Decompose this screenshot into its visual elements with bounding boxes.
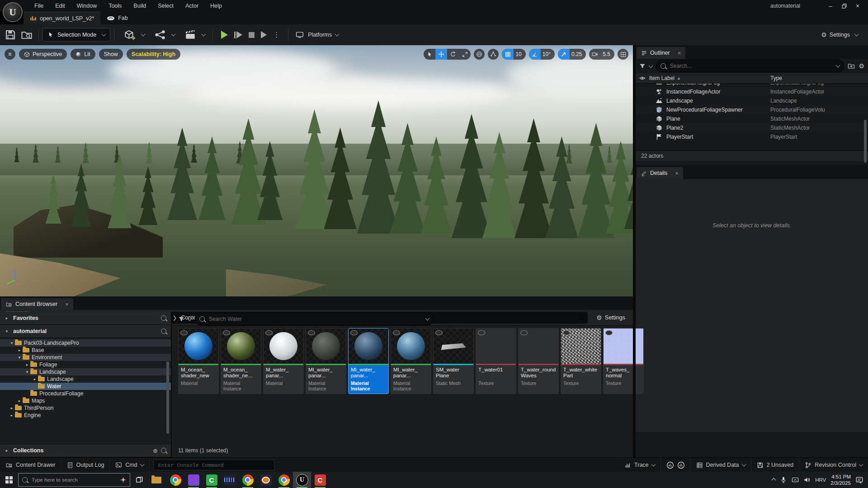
taskbar-app-chrome-profile-3[interactable] [275, 472, 293, 488]
search-options-chevron[interactable] [425, 316, 430, 321]
save-icon[interactable] [5, 29, 16, 41]
asset-filter-icon[interactable] [178, 316, 184, 322]
tree-arrow-icon[interactable]: ▾ [9, 341, 14, 345]
asset-tile-mi_water_panar[interactable]: MI_water_panar...Material Instance [391, 328, 431, 394]
close-icon[interactable]: × [678, 50, 681, 56]
add-content-dropdown[interactable] [122, 29, 145, 41]
outliner-row[interactable]: PlayerStartPlayerStart [636, 132, 868, 141]
menu-file[interactable]: File [29, 0, 49, 12]
search-icon[interactable] [161, 448, 166, 453]
start-button[interactable] [0, 472, 18, 488]
taskbar-app-purple-app[interactable] [184, 472, 203, 488]
camera-speed-value[interactable]: 5.5 [601, 51, 614, 57]
scale-snap-control[interactable]: 0.25 [558, 49, 586, 60]
tree-scrollbar[interactable] [166, 361, 169, 434]
outliner-filter-icon[interactable] [639, 63, 646, 69]
browse-content-icon[interactable] [21, 29, 33, 41]
tree-arrow-icon[interactable]: ▾ [17, 355, 22, 360]
asset-tile-t_water_roundwaves[interactable]: T_water_roundWavesTexture [518, 328, 559, 394]
level-viewport[interactable]: ≡ Perspective Lit Show Scalability: High… [0, 45, 633, 296]
taskbar-app-red-c-app[interactable]: C [311, 472, 329, 488]
tree-arrow-icon[interactable]: ▸ [9, 406, 14, 410]
derived-data-dropdown[interactable]: Derived Data [691, 458, 751, 472]
rotate-tool-button[interactable] [447, 49, 459, 60]
taskbar-app-green-c-app[interactable]: C [203, 472, 221, 488]
perspective-dropdown[interactable]: Perspective [19, 49, 67, 60]
selection-mode-dropdown[interactable]: Selection Mode [42, 28, 110, 42]
folder-maps[interactable]: ▸Maps [0, 397, 171, 404]
taskbar-search[interactable] [18, 473, 130, 487]
panel-splitter[interactable] [633, 45, 636, 457]
outliner-row[interactable]: LandscapeLandscape [636, 96, 868, 105]
maximize-viewport-button[interactable] [618, 49, 628, 60]
insights-gauge2-icon[interactable] [677, 461, 685, 469]
close-icon[interactable]: × [65, 301, 69, 308]
favorites-section[interactable]: ▸Favorites [0, 312, 171, 325]
folder-landscape[interactable]: ▾Landscape [0, 368, 171, 375]
asset-tile-t_water_whitepart[interactable]: T_water_whitePartTexture [561, 328, 601, 394]
taskbar-app-waveform-app[interactable] [221, 472, 239, 488]
folder-engine[interactable]: ▸Engine [0, 412, 171, 419]
scale-snap-value[interactable]: 0.25 [570, 51, 586, 57]
minimize-button[interactable]: – [824, 0, 837, 11]
asset-search[interactable] [195, 313, 434, 325]
folder-proceduralfoliage[interactable]: ProceduralFoliage [0, 390, 171, 397]
folder-pack03-landscapepro[interactable]: ▾Pack03-LandscapePro [0, 339, 171, 347]
surface-snap-button[interactable] [488, 49, 499, 60]
tree-arrow-icon[interactable]: ▸ [17, 399, 22, 403]
scale-tool-button[interactable] [459, 49, 471, 60]
restore-button[interactable] [837, 0, 851, 11]
trace-dropdown[interactable]: Trace [619, 458, 661, 472]
asset-tile-m_ocean_shader_new[interactable]: M_ocean_shader_newMaterial [178, 328, 219, 394]
asset-tile-mi_water_panar[interactable]: MI_water_panar...Material Instance [306, 328, 346, 394]
rotation-snap-control[interactable]: 10° [529, 49, 555, 60]
detached-play-button[interactable] [261, 31, 267, 38]
toolbar-settings-dropdown[interactable]: ⚙ Settings [821, 32, 858, 38]
search-icon[interactable] [161, 315, 166, 321]
output-log-button[interactable]: Output Log [61, 458, 110, 472]
close-button[interactable]: × [851, 0, 864, 11]
menu-edit[interactable]: Edit [50, 0, 71, 12]
outliner-search-input[interactable] [669, 62, 833, 70]
console-command-field[interactable] [153, 460, 274, 470]
tab-details[interactable]: Details × [637, 167, 683, 179]
cmd-dropdown[interactable]: Cmd [110, 458, 149, 472]
outliner-scrollbar[interactable] [864, 120, 867, 163]
asset-tile-m_water_panar[interactable]: M_water_panar...Material [263, 328, 304, 394]
console-command-input[interactable] [157, 462, 270, 469]
viewport-options-button[interactable]: ≡ [5, 49, 15, 60]
camera-speed-control[interactable]: 5.5 [589, 49, 614, 60]
tree-arrow-icon[interactable]: ▸ [17, 348, 22, 352]
tree-arrow-icon[interactable]: ▸ [33, 377, 37, 381]
folder-water[interactable]: Water [0, 383, 171, 390]
taskbar-app-unreal-editor[interactable]: U [293, 472, 311, 488]
notification-icon[interactable] [855, 476, 863, 484]
taskbar-app-chrome-profile-2[interactable] [239, 472, 257, 488]
insights-gauge-icon[interactable] [666, 461, 674, 469]
create-folder-icon[interactable] [848, 62, 855, 70]
asset-tile-t_water01[interactable]: T_water01Texture [476, 328, 516, 394]
add-collection-icon[interactable]: ⊕ [153, 447, 158, 454]
tree-arrow-icon[interactable]: ▸ [9, 413, 14, 418]
outliner-row[interactable]: Plane2StaticMeshActor [636, 123, 868, 132]
outliner-row[interactable]: InstancedFoliageActorInstancedFoliageAct… [636, 87, 868, 96]
unsaved-button[interactable]: 2 Unsaved [751, 458, 800, 472]
cinematics-dropdown[interactable] [182, 29, 205, 41]
menu-select[interactable]: Select [152, 0, 179, 12]
view-mode-dropdown[interactable]: Lit [71, 49, 95, 60]
play-options-kebab[interactable]: ⋮ [273, 31, 280, 39]
blueprints-dropdown[interactable] [152, 29, 175, 41]
folder-thirdperson[interactable]: ▸ThirdPerson [0, 404, 171, 412]
outliner-row[interactable]: ExponentialHeightFogExponentialHeightFog [636, 84, 868, 87]
move-tool-button[interactable] [435, 49, 447, 60]
menu-help[interactable]: Help [205, 0, 227, 12]
search-options-chevron[interactable] [836, 63, 840, 68]
asset-tile-t_waves_normal[interactable]: T_waves_normalTexture [603, 328, 644, 394]
scalability-button[interactable]: Scalability: High [127, 49, 180, 60]
microphone-icon[interactable] [780, 476, 787, 483]
close-icon[interactable]: × [675, 170, 679, 177]
outliner-settings-gear-icon[interactable]: ⚙ [859, 63, 864, 69]
menu-window[interactable]: Window [71, 0, 102, 12]
column-type[interactable]: Type [770, 75, 782, 81]
platforms-dropdown[interactable]: Platforms [296, 31, 339, 39]
